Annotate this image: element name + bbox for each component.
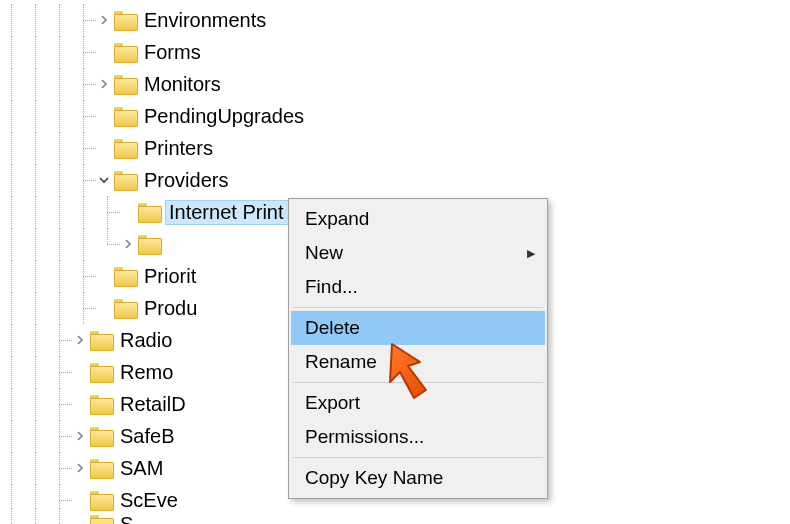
tree-item-label: Providers [144, 169, 228, 192]
menu-item-label: New [305, 242, 343, 263]
folder-icon [114, 299, 136, 317]
chevron-right-icon[interactable] [120, 236, 136, 252]
chevron-right-icon[interactable] [72, 428, 88, 444]
chevron-down-icon[interactable] [96, 172, 112, 188]
tree-item-label: Forms [144, 41, 201, 64]
tree-item-label: RetailD [120, 393, 186, 416]
tree-item[interactable]: Providers [0, 164, 790, 196]
tree-item-label: PendingUpgrades [144, 105, 304, 128]
chevron-right-icon [96, 300, 112, 316]
menu-item-expand[interactable]: Expand [291, 202, 545, 236]
folder-icon [90, 515, 112, 524]
tree-item-label: Printers [144, 137, 213, 160]
chevron-right-icon: ▶ [527, 247, 535, 260]
tree-item-label: SafeB [120, 425, 174, 448]
tree-item-label: S [120, 513, 133, 525]
chevron-right-icon [72, 492, 88, 508]
menu-separator [293, 457, 543, 458]
folder-icon [114, 107, 136, 125]
tree-item-label: ScEve [120, 489, 178, 512]
tree-item-label: Priorit [144, 265, 196, 288]
menu-item-permissions[interactable]: Permissions... [291, 420, 545, 454]
chevron-right-icon [120, 204, 136, 220]
folder-icon [114, 139, 136, 157]
folder-icon [114, 43, 136, 61]
menu-item-label: Delete [305, 317, 360, 338]
menu-item-label: Copy Key Name [305, 467, 443, 488]
chevron-right-icon [96, 268, 112, 284]
tree-item[interactable]: S [0, 516, 790, 524]
tree-item-label: Produ [144, 297, 197, 320]
tree-item[interactable]: Printers [0, 132, 790, 164]
menu-item-label: Find... [305, 276, 358, 297]
folder-icon [90, 491, 112, 509]
chevron-right-icon [96, 140, 112, 156]
menu-separator [293, 307, 543, 308]
tree-item[interactable]: Environments [0, 4, 790, 36]
menu-item-label: Export [305, 392, 360, 413]
chevron-right-icon [72, 364, 88, 380]
tree-item-label: Monitors [144, 73, 221, 96]
chevron-right-icon [96, 44, 112, 60]
chevron-right-icon[interactable] [72, 460, 88, 476]
menu-item-copy-key-name[interactable]: Copy Key Name [291, 461, 545, 495]
folder-icon [90, 363, 112, 381]
tree-item-label: SAM [120, 457, 163, 480]
menu-item-export[interactable]: Export [291, 386, 545, 420]
tree-item-label: Radio [120, 329, 172, 352]
menu-item-find[interactable]: Find... [291, 270, 545, 304]
chevron-right-icon [96, 108, 112, 124]
folder-icon [90, 395, 112, 413]
tree-item[interactable]: Forms [0, 36, 790, 68]
chevron-right-icon [72, 516, 88, 524]
folder-icon [114, 11, 136, 29]
menu-item-label: Permissions... [305, 426, 424, 447]
folder-icon [114, 75, 136, 93]
folder-icon [90, 331, 112, 349]
menu-item-new[interactable]: New▶ [291, 236, 545, 270]
menu-item-rename[interactable]: Rename [291, 345, 545, 379]
folder-icon [114, 267, 136, 285]
tree-item[interactable]: Monitors [0, 68, 790, 100]
folder-icon [138, 235, 160, 253]
menu-item-delete[interactable]: Delete [291, 311, 545, 345]
menu-item-label: Expand [305, 208, 369, 229]
menu-item-label: Rename [305, 351, 377, 372]
menu-separator [293, 382, 543, 383]
tree-item-label: Remo [120, 361, 173, 384]
folder-icon [114, 171, 136, 189]
tree-item-label: Environments [144, 9, 266, 32]
chevron-right-icon[interactable] [96, 12, 112, 28]
folder-icon [138, 203, 160, 221]
chevron-right-icon[interactable] [72, 332, 88, 348]
chevron-right-icon [72, 396, 88, 412]
chevron-right-icon[interactable] [96, 76, 112, 92]
folder-icon [90, 427, 112, 445]
context-menu: ExpandNew▶Find...DeleteRenameExportPermi… [288, 198, 548, 499]
folder-icon [90, 459, 112, 477]
tree-item[interactable]: PendingUpgrades [0, 100, 790, 132]
